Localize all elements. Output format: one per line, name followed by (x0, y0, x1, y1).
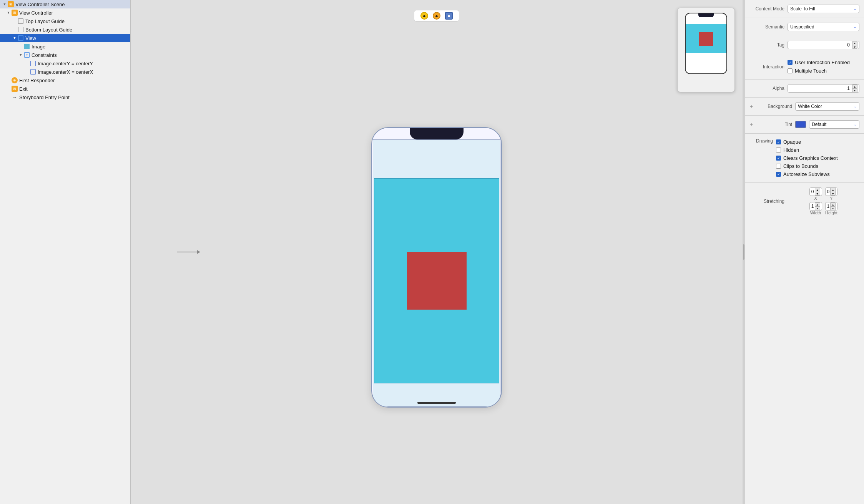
stepper-up[interactable]: ▲ (852, 85, 857, 88)
stepper-up[interactable]: ▲ (830, 202, 836, 206)
top-layout-label: Top Layout Guide (25, 18, 65, 24)
stepper-down[interactable]: ▼ (815, 206, 820, 210)
semantic-section: Semantic Unspecified ⌄ (745, 18, 864, 36)
user-interaction-row: User Interaction Enabled (788, 59, 850, 66)
interaction-row: Interaction User Interaction Enabled Mul… (750, 57, 859, 76)
hidden-checkbox[interactable] (776, 148, 781, 153)
semantic-select[interactable]: Unspecified ⌄ (788, 23, 859, 31)
drawing-checkboxes: Opaque Hidden Clears Graphics Context Cl… (776, 138, 859, 178)
y-label: Y (830, 196, 832, 201)
stepper-up[interactable]: ▲ (852, 41, 857, 45)
width-stepper[interactable]: ▲ ▼ (815, 202, 820, 210)
chevron-down-icon: ▼ (2, 2, 7, 7)
center-x-label: Image.centerX = centerX (38, 69, 93, 75)
phone-mockup-container (371, 104, 502, 408)
multiple-touch-label: Multiple Touch (795, 68, 827, 74)
tree-item-top-layout[interactable]: ▶ Top Layout Guide (0, 17, 130, 25)
tint-label: Tint (758, 122, 792, 127)
clears-graphics-label: Clears Graphics Context (783, 155, 838, 161)
stretching-width-field[interactable]: 1 ▲ ▼ (809, 202, 822, 211)
preview-red-image (699, 32, 713, 46)
stretching-height-field[interactable]: 1 ▲ ▼ (825, 202, 838, 211)
clips-bounds-checkbox[interactable] (776, 164, 781, 169)
autoresize-checkbox[interactable] (776, 172, 781, 177)
phone-content-view (373, 139, 500, 407)
height-stepper[interactable]: ▲ ▼ (830, 202, 836, 210)
tag-section: Tag 0 ▲ ▼ (745, 36, 864, 54)
chevron-down-icon: ▼ (6, 10, 11, 15)
alpha-field[interactable]: 1 ▲ ▼ (788, 84, 859, 93)
stretching-y-field[interactable]: 0 ▲ ▼ (825, 187, 838, 196)
stepper-down[interactable]: ▼ (815, 192, 820, 196)
stretching-x-field[interactable]: 0 ▲ ▼ (809, 187, 822, 196)
multiple-touch-checkbox[interactable] (788, 68, 793, 73)
constraint-icon (30, 69, 36, 75)
user-interaction-checkbox[interactable] (788, 60, 793, 65)
chevron-down-icon: ▼ (18, 53, 23, 57)
tree-item-constraints[interactable]: ▼ ⊞ Constraints (0, 51, 130, 59)
hidden-label: Hidden (783, 147, 799, 153)
stepper-down[interactable]: ▼ (830, 192, 836, 196)
tree-item-center-y[interactable]: ▶ Image.centerY = centerY (0, 59, 130, 68)
stretching-section: Stretching 0 ▲ ▼ X (745, 183, 864, 220)
tree-item-center-x[interactable]: ▶ Image.centerX = centerX (0, 68, 130, 76)
tree-item-image[interactable]: ▶ Image (0, 42, 130, 51)
clears-graphics-checkbox[interactable] (776, 156, 781, 161)
tag-stepper[interactable]: ▲ ▼ (852, 41, 857, 49)
chevron-down-icon: ⌄ (854, 25, 857, 29)
tag-field[interactable]: 0 ▲ ▼ (788, 41, 859, 49)
constraints-label: Constraints (32, 52, 57, 58)
tag-text: 0 (847, 42, 850, 48)
toolbar-btn-orange[interactable]: ● (433, 12, 440, 20)
drawing-row: Drawing Opaque Hidden Clears Graphics Co… (750, 137, 859, 179)
layout-icon (18, 18, 23, 24)
background-row: + Background White Color ⌄ (750, 101, 859, 112)
tree-item-storyboard-entry[interactable]: ▶ → Storyboard Entry Point (0, 93, 130, 101)
home-indicator (417, 402, 456, 404)
height-value: 1 (827, 204, 830, 209)
stretching-width-col: 1 ▲ ▼ Width (809, 202, 822, 215)
alpha-stepper[interactable]: ▲ ▼ (852, 85, 857, 92)
x-stepper[interactable]: ▲ ▼ (815, 188, 820, 196)
red-image (407, 252, 467, 310)
toolbar-btn-yellow[interactable]: ● (420, 12, 428, 20)
tree-item-vc[interactable]: ▼ ⊞ View Controller (0, 8, 130, 17)
background-plus-icon[interactable]: + (750, 103, 753, 109)
first-responder-icon: ⊕ (12, 77, 18, 83)
content-mode-select[interactable]: Scale To Fill ⌄ (788, 5, 859, 13)
x-value: 0 (811, 189, 814, 194)
tree-item-first-responder[interactable]: ▶ ⊕ First Responder (0, 76, 130, 85)
stepper-up[interactable]: ▲ (815, 202, 820, 206)
vc-icon: ⊞ (12, 10, 18, 16)
background-label: Background (758, 104, 792, 109)
y-stepper[interactable]: ▲ ▼ (830, 188, 836, 196)
tint-plus-icon[interactable]: + (750, 121, 753, 128)
stepper-up[interactable]: ▲ (815, 188, 820, 192)
y-value: 0 (827, 189, 830, 194)
tree-item-scene[interactable]: ▼ ⊞ View Controller Scene (0, 0, 130, 8)
stepper-down[interactable]: ▼ (852, 45, 857, 49)
interaction-value: User Interaction Enabled Multiple Touch (788, 59, 859, 75)
background-select[interactable]: White Color ⌄ (795, 102, 859, 111)
tag-label: Tag (750, 42, 784, 48)
preview-notch (698, 13, 714, 17)
tint-text: Default (812, 122, 826, 127)
stepper-down[interactable]: ▼ (852, 88, 857, 92)
toolbar-btn-square[interactable]: ■ (445, 12, 453, 20)
stepper-up[interactable]: ▲ (830, 188, 836, 192)
semantic-label: Semantic (750, 24, 784, 30)
opaque-checkbox[interactable] (776, 139, 781, 144)
chevron-down-icon: ⌄ (854, 104, 857, 108)
interaction-section: Interaction User Interaction Enabled Mul… (745, 54, 864, 80)
chevron-down-icon: ⌄ (854, 123, 857, 126)
autoresize-row: Autoresize Subviews (776, 171, 859, 178)
tree-item-exit[interactable]: ▶ ⊠ Exit (0, 85, 130, 93)
image-label: Image (32, 44, 45, 50)
tree-item-view[interactable]: ▼ View (0, 34, 130, 42)
opaque-row: Opaque (776, 138, 859, 146)
tint-color-swatch (795, 121, 806, 128)
phone-notch (410, 128, 464, 139)
tree-item-bottom-layout[interactable]: ▶ Bottom Layout Guide (0, 25, 130, 34)
tint-select[interactable]: Default ⌄ (809, 120, 859, 129)
stepper-down[interactable]: ▼ (830, 206, 836, 210)
